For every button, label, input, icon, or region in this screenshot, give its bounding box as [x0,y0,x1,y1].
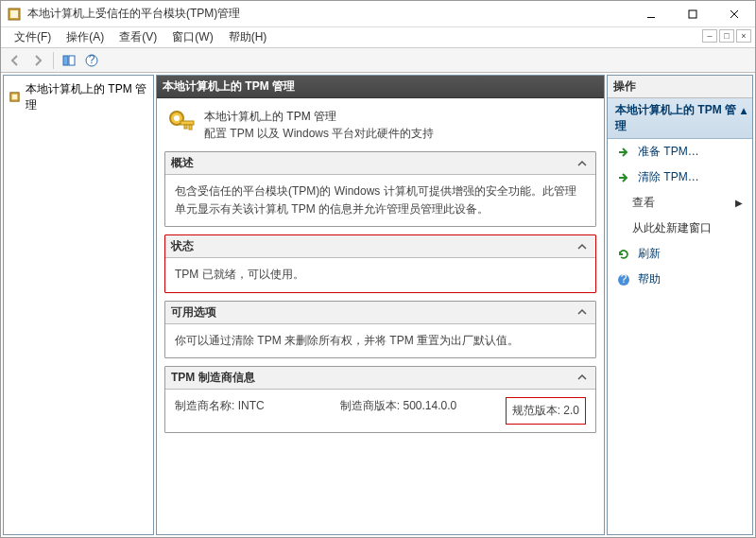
svg-text:?: ? [89,54,95,66]
intro-title: 本地计算机上的 TPM 管理 [204,108,434,125]
svg-rect-14 [180,121,194,125]
mdi-close-icon[interactable]: × [736,29,751,43]
svg-rect-3 [689,10,696,18]
tpm-key-icon [166,108,197,138]
intro-block: 本地计算机上的 TPM 管理 配置 TPM 以及 Windows 平台对此硬件的… [164,104,596,151]
tree-node-label: 本地计算机上的 TPM 管理 [26,81,149,113]
svg-rect-11 [12,95,18,100]
menu-help[interactable]: 帮助(H) [221,27,275,47]
section-status-body: TPM 已就绪，可以使用。 [165,258,595,291]
chevron-up-icon[interactable] [575,239,590,254]
mdi-restore-icon[interactable]: □ [719,29,734,43]
action-label: 查看 [632,195,655,211]
chevron-up-icon[interactable] [575,370,590,385]
nav-forward-button[interactable] [27,51,48,70]
action-label: 准备 TPM… [638,144,699,160]
action-view-submenu[interactable]: 查看 ▶ [608,190,752,216]
section-overview-header[interactable]: 概述 [165,152,595,175]
action-refresh[interactable]: 刷新 [608,241,752,267]
section-overview-body: 包含受信任的平台模块(TPM)的 Windows 计算机可提供增强的安全功能。此… [165,175,595,226]
manufacturer-version-label: 制造商版本: [340,399,400,412]
menu-window[interactable]: 窗口(W) [164,27,220,47]
console-tree: 本地计算机上的 TPM 管理 [4,76,153,534]
action-clear-tpm[interactable]: 清除 TPM… [608,165,752,190]
manufacturer-name: 制造商名称: INTC [175,397,340,425]
svg-point-13 [174,115,180,121]
action-new-window[interactable]: 从此处新建窗口 [608,216,752,241]
menu-view[interactable]: 查看(V) [112,27,164,47]
section-options-header[interactable]: 可用选项 [165,302,595,324]
section-overview-title: 概述 [171,155,575,171]
svg-rect-6 [63,56,68,65]
show-hide-tree-button[interactable] [59,51,79,70]
caret-up-icon[interactable]: ▴ [741,104,747,117]
window: 本地计算机上受信任的平台模块(TPM)管理 文件(F) 操作(A) 查看(V) … [0,0,756,538]
section-options-title: 可用选项 [171,304,575,321]
svg-rect-15 [189,125,192,130]
refresh-icon [617,248,630,261]
minimize-button[interactable] [630,1,672,27]
chevron-up-icon[interactable] [575,304,590,320]
tpm-chip-icon [8,90,22,105]
spec-version: 规范版本: 2.0 [506,397,586,425]
svg-rect-1 [10,10,18,18]
menubar: 文件(F) 操作(A) 查看(V) 窗口(W) 帮助(H) – □ × [1,27,755,48]
manufacturer-version: 制造商版本: 500.14.0.0 [340,397,506,425]
section-manufacturer-title: TPM 制造商信息 [171,370,575,386]
manufacturer-name-label: 制造商名称: [175,399,234,412]
intro-desc: 配置 TPM 以及 Windows 平台对此硬件的支持 [204,125,434,142]
action-label: 帮助 [638,271,661,287]
app-icon [7,7,22,22]
manufacturer-version-value: 500.14.0.0 [404,399,457,412]
toolbar: ? [1,48,755,73]
section-status-title: 状态 [171,238,575,254]
action-label: 清除 TPM… [638,169,699,185]
details-body: 本地计算机上的 TPM 管理 配置 TPM 以及 Windows 平台对此硬件的… [157,98,604,534]
details-pane: 本地计算机上的 TPM 管理 本地计算机上的 TPM 管理 配置 TPM 以及 … [156,75,605,535]
titlebar: 本地计算机上受信任的平台模块(TPM)管理 [1,1,755,27]
action-help[interactable]: ? 帮助 [608,267,752,292]
chevron-up-icon[interactable] [575,156,590,171]
tree-node-root[interactable]: 本地计算机上的 TPM 管理 [8,79,149,115]
section-options-body: 你可以通过清除 TPM 来删除所有权，并将 TPM 重置为出厂默认值。 [165,324,595,357]
main-area: 本地计算机上的 TPM 管理 本地计算机上的 TPM 管理 本地计算机上的 TP… [1,73,755,537]
window-buttons [630,1,755,27]
section-status-header[interactable]: 状态 [165,235,595,258]
section-overview: 概述 包含受信任的平台模块(TPM)的 Windows 计算机可提供增强的安全功… [164,151,596,227]
actions-pane: 操作 本地计算机上的 TPM 管理 ▴ 准备 TPM… 清除 TPM… [607,75,753,535]
submenu-arrow-icon: ▶ [735,198,743,208]
svg-rect-16 [184,125,187,129]
menu-action[interactable]: 操作(A) [59,27,112,47]
actions-body: 本地计算机上的 TPM 管理 ▴ 准备 TPM… 清除 TPM… 查看 [608,98,752,534]
mdi-control-box: – □ × [702,29,751,43]
section-manufacturer: TPM 制造商信息 制造商名称: INTC 制造商版本: 500.14.0.0 [164,366,596,433]
actions-context-title: 本地计算机上的 TPM 管理 ▴ [608,98,752,139]
help-button[interactable]: ? [81,51,102,70]
menu-file[interactable]: 文件(F) [7,27,59,47]
section-options: 可用选项 你可以通过清除 TPM 来删除所有权，并将 TPM 重置为出厂默认值。 [164,301,596,358]
spec-version-label: 规范版本: [512,404,560,417]
section-manufacturer-header[interactable]: TPM 制造商信息 [165,367,595,390]
action-label: 从此处新建窗口 [632,220,712,236]
action-prepare-tpm[interactable]: 准备 TPM… [608,139,752,165]
actions-pane-header: 操作 [608,76,752,98]
close-button[interactable] [713,1,755,27]
toolbar-sep [53,52,54,69]
maximize-button[interactable] [672,1,713,27]
help-icon: ? [617,273,630,286]
console-tree-pane: 本地计算机上的 TPM 管理 [3,75,154,535]
action-label: 刷新 [638,246,661,262]
arrow-right-green-icon [617,146,630,159]
manufacturer-name-value: INTC [238,399,265,412]
window-title: 本地计算机上受信任的平台模块(TPM)管理 [27,6,630,22]
details-pane-header: 本地计算机上的 TPM 管理 [157,76,604,98]
intro-text: 本地计算机上的 TPM 管理 配置 TPM 以及 Windows 平台对此硬件的… [204,108,434,142]
svg-text:?: ? [621,273,627,286]
arrow-right-green-icon [617,171,630,184]
spec-version-value: 2.0 [563,404,579,417]
section-manufacturer-body: 制造商名称: INTC 制造商版本: 500.14.0.0 规范版本: 2.0 [165,390,595,432]
nav-back-button[interactable] [5,51,26,70]
section-status: 状态 TPM 已就绪，可以使用。 [164,234,596,292]
mdi-minimize-icon[interactable]: – [702,29,717,43]
svg-rect-7 [69,56,75,65]
